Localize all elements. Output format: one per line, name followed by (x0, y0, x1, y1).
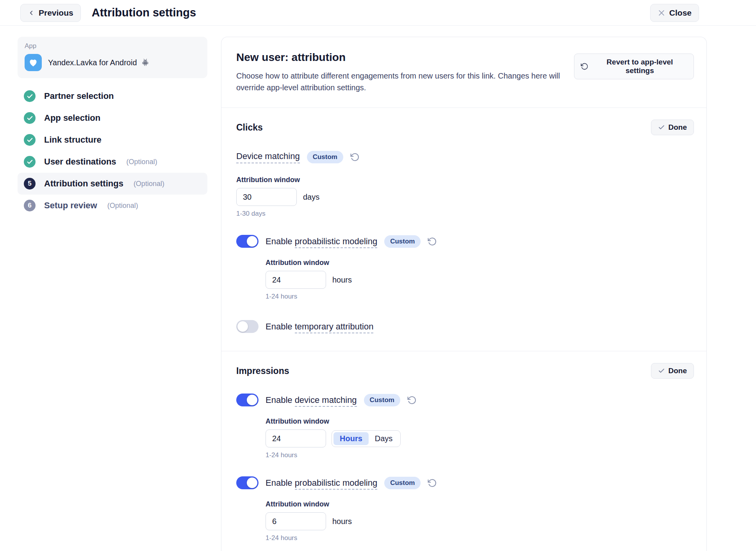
attribution-window-label: Attribution window (236, 176, 694, 184)
unit-option-days[interactable]: Days (369, 432, 399, 445)
unit-segmented-control: Hours Days (332, 430, 401, 447)
custom-badge: Custom (307, 151, 343, 163)
range-hint: 1-24 hours (266, 534, 694, 542)
impressions-probabilistic-toggle[interactable] (236, 476, 259, 489)
attribution-window-label: Attribution window (266, 417, 694, 426)
clicks-section: Clicks Done Device matching Custom Attri… (221, 108, 706, 351)
enable-probabilistic-label: Enable probabilistic modeling (266, 236, 377, 247)
sidebar-item-attribution-settings[interactable]: 5 Attribution settings (Optional) (18, 173, 207, 195)
step-label: User destinations (44, 157, 116, 167)
device-matching-label[interactable]: Device matching (236, 151, 300, 163)
enable-prefix: Enable (266, 236, 295, 246)
panel-title: New user: attribution (236, 51, 574, 64)
step-optional-tag: (Optional) (107, 202, 138, 210)
probabilistic-term[interactable]: probabilistic modeling (295, 478, 378, 490)
check-circle-icon (24, 112, 36, 124)
wizard-steps: Partner selection App selection Link str… (18, 85, 207, 216)
attribution-window-label: Attribution window (266, 259, 694, 267)
chevron-left-icon (28, 9, 35, 17)
sidebar-item-link-structure[interactable]: Link structure (18, 129, 207, 151)
sidebar-item-app-selection[interactable]: App selection (18, 107, 207, 129)
app-name-text: Yandex.Lavka for Android (48, 58, 137, 67)
impressions-done-button[interactable]: Done (651, 363, 694, 379)
revert-icon[interactable] (350, 152, 360, 162)
step-optional-tag: (Optional) (134, 180, 164, 188)
top-bar: Previous Attribution settings Close (0, 0, 756, 26)
clicks-temporary-toggle[interactable] (236, 320, 259, 333)
sidebar-item-setup-review[interactable]: 6 Setup review (Optional) (18, 195, 207, 216)
attribution-window-label: Attribution window (266, 500, 694, 508)
range-hint: 1-30 days (236, 210, 694, 218)
enable-prefix: Enable (266, 395, 295, 405)
step-label: App selection (44, 113, 100, 123)
enable-prefix: Enable (266, 322, 295, 331)
android-icon (141, 58, 150, 67)
check-circle-icon (24, 134, 36, 146)
probabilistic-term[interactable]: probabilistic modeling (295, 236, 378, 248)
revert-app-level-label: Revert to app-level settings (592, 58, 687, 75)
impressions-probabilistic-window-input[interactable] (266, 512, 326, 530)
done-label: Done (669, 367, 687, 375)
revert-icon[interactable] (428, 237, 437, 246)
unit-option-hours[interactable]: Hours (333, 432, 369, 445)
impressions-heading: Impressions (236, 366, 289, 376)
device-matching-term[interactable]: device matching (295, 395, 357, 407)
temporary-term[interactable]: temporary attribution (295, 322, 374, 333)
step-label: Link structure (44, 135, 102, 145)
revert-app-level-button[interactable]: Revert to app-level settings (574, 54, 694, 79)
impressions-device-matching-toggle[interactable] (236, 394, 259, 406)
previous-button[interactable]: Previous (20, 4, 81, 22)
previous-label: Previous (39, 8, 73, 18)
revert-icon (581, 63, 588, 70)
check-icon (658, 367, 665, 374)
clicks-probabilistic-window-input[interactable] (266, 271, 326, 289)
unit-label: hours (332, 517, 352, 526)
app-summary: App Yandex.Lavka for Android (18, 37, 207, 78)
custom-badge: Custom (384, 235, 421, 248)
revert-icon[interactable] (428, 478, 437, 488)
range-hint: 1-24 hours (266, 293, 694, 301)
step-label: Setup review (44, 200, 97, 211)
attribution-panel: New user: attribution Choose how to attr… (221, 37, 707, 551)
enable-temporary-label: Enable temporary attribution (266, 322, 373, 332)
sidebar-item-user-destinations[interactable]: User destinations (Optional) (18, 151, 207, 173)
custom-badge: Custom (384, 477, 421, 489)
wizard-sidebar: App Yandex.Lavka for Android Partner sel… (18, 37, 207, 216)
check-circle-icon (24, 90, 36, 102)
check-icon (658, 124, 665, 131)
range-hint: 1-24 hours (266, 451, 694, 459)
done-label: Done (669, 123, 687, 132)
clicks-done-button[interactable]: Done (651, 120, 694, 135)
impressions-section: Impressions Done Enable device matching … (221, 351, 706, 551)
clicks-probabilistic-toggle[interactable] (236, 235, 259, 248)
step-optional-tag: (Optional) (127, 158, 157, 166)
step-number-badge: 6 (24, 200, 36, 211)
close-label: Close (669, 8, 692, 18)
enable-prefix: Enable (266, 478, 295, 488)
step-label: Attribution settings (44, 179, 123, 189)
step-label: Partner selection (44, 91, 114, 101)
clicks-heading: Clicks (236, 122, 263, 133)
app-name: Yandex.Lavka for Android (48, 58, 150, 67)
check-circle-icon (24, 156, 36, 168)
unit-label: hours (332, 276, 352, 284)
page-title: Attribution settings (92, 6, 650, 19)
close-button[interactable]: Close (650, 4, 699, 22)
panel-description: Choose how to attribute different engage… (236, 70, 574, 93)
enable-probabilistic-label: Enable probabilistic modeling (266, 478, 377, 488)
sidebar-item-partner-selection[interactable]: Partner selection (18, 85, 207, 107)
app-label: App (25, 42, 200, 50)
impressions-device-window-input[interactable] (266, 429, 326, 447)
step-number-badge: 5 (24, 178, 36, 190)
custom-badge: Custom (364, 394, 400, 406)
app-logo-icon (25, 54, 42, 71)
clicks-device-window-input[interactable] (236, 188, 297, 206)
enable-device-matching-label: Enable device matching (266, 395, 357, 405)
revert-icon[interactable] (407, 395, 417, 405)
unit-label: days (303, 193, 319, 202)
close-icon (658, 9, 665, 17)
